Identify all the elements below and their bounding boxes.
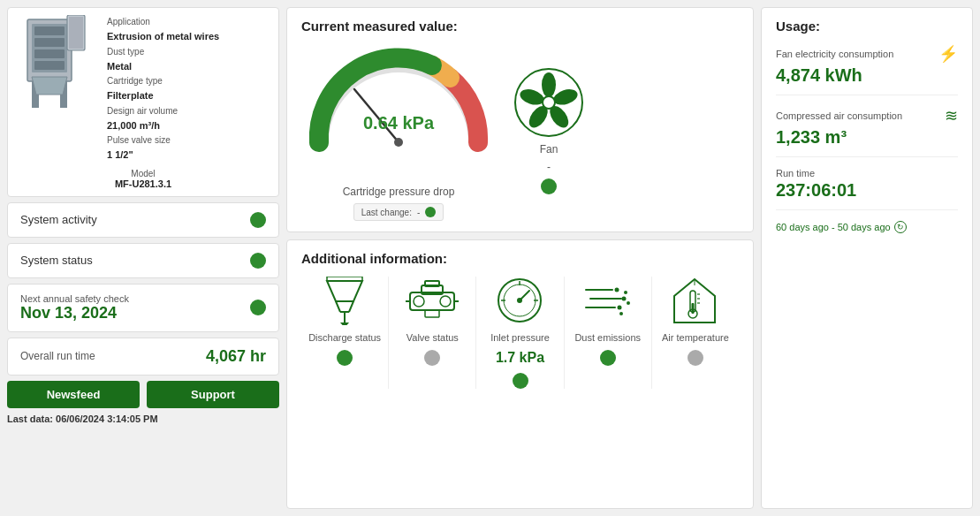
last-change-dot — [425, 207, 436, 217]
device-specs: Application Extrusion of metal wires Dus… — [107, 15, 268, 163]
svg-rect-3 — [34, 38, 65, 47]
dust-icon — [581, 277, 634, 325]
svg-point-51 — [624, 291, 627, 294]
fan-icon — [513, 67, 584, 138]
date-range[interactable]: 60 days ago - 50 days ago ↻ — [776, 221, 958, 233]
dust-type-label: Dust type — [107, 45, 268, 59]
svg-rect-37 — [425, 310, 439, 317]
system-activity-row[interactable]: System activity — [7, 202, 279, 238]
svg-line-26 — [349, 301, 353, 312]
add-item-airtemp: Air temperature — [652, 277, 739, 389]
safety-dot — [250, 300, 266, 315]
system-status-row[interactable]: System status — [7, 243, 279, 278]
last-change-label: Last change: — [361, 208, 412, 217]
application-label: Application — [107, 15, 268, 29]
additional-grid: Discharge status Valve st — [301, 277, 739, 389]
svg-point-33 — [414, 296, 424, 307]
valve-label: Valve status — [406, 332, 459, 343]
dust-type-value: Metal — [107, 59, 268, 75]
fan-label: Fan — [540, 143, 558, 156]
measured-title: Current measured value: — [301, 19, 739, 34]
system-status-dot — [250, 253, 266, 269]
valve-dot — [424, 350, 440, 366]
add-item-dust: Dust emissions — [565, 277, 652, 389]
design-air-label: Design air volume — [107, 104, 268, 118]
model-value: MF-U281.3.1 — [115, 178, 171, 189]
gauge-container: 0.64 kPa Cartridge pressure drop Last ch… — [301, 41, 496, 221]
svg-rect-10 — [69, 17, 83, 49]
add-item-valve: Valve status — [389, 277, 476, 389]
safety-date: Nov 13, 2024 — [20, 304, 129, 322]
safety-info: Next annual safety check Nov 13, 2024 — [20, 293, 129, 322]
last-data-row: Last data: 06/06/2024 3:14:05 PM — [7, 414, 279, 424]
fan-elec-value: 4,874 kWh — [776, 65, 958, 86]
center-panel: Current measured value: — [286, 7, 754, 509]
compressed-air-label: Compressed air consumption — [776, 110, 902, 121]
svg-rect-4 — [34, 49, 65, 58]
fan-dot — [541, 178, 557, 194]
system-activity-label: System activity — [20, 213, 97, 226]
svg-marker-8 — [32, 77, 67, 95]
svg-point-48 — [614, 288, 619, 292]
gauge-name: Cartridge pressure drop — [301, 186, 496, 198]
lightning-icon: ⚡ — [938, 44, 958, 64]
last-data-value: 06/06/2024 3:14:05 PM — [56, 414, 158, 424]
fan-value: - — [547, 161, 551, 173]
support-button[interactable]: Support — [147, 381, 279, 408]
gauge-label-area: Cartridge pressure drop Last change: - — [301, 186, 496, 221]
runtime-label: Overall run time — [20, 350, 95, 362]
runtime-value: 4,067 hr — [206, 347, 266, 366]
run-time-header: Run time — [776, 168, 958, 178]
application-value: Extrusion of metal wires — [107, 29, 268, 45]
safety-label: Next annual safety check — [20, 293, 129, 304]
svg-line-25 — [336, 301, 340, 312]
btn-row: Newsfeed Support — [7, 381, 279, 408]
svg-point-14 — [542, 72, 556, 97]
discharge-icon — [323, 277, 367, 325]
svg-point-19 — [543, 96, 555, 109]
fan-elec-header: Fan electricity consumption ⚡ — [776, 44, 958, 64]
pulse-valve-value: 1 1/2" — [107, 148, 268, 163]
svg-point-34 — [440, 296, 451, 307]
main-container: Application Extrusion of metal wires Dus… — [0, 0, 980, 516]
design-air-value: 21,000 m³/h — [107, 118, 268, 134]
dust-dot — [600, 350, 616, 366]
svg-point-50 — [617, 306, 621, 310]
additional-card: Additional information: — [286, 239, 754, 509]
right-panel: Usage: Fan electricity consumption ⚡ 4,8… — [761, 7, 973, 509]
svg-rect-58 — [692, 303, 695, 314]
measured-content: 0.64 kPa Cartridge pressure drop Last ch… — [301, 41, 739, 221]
svg-marker-29 — [340, 322, 349, 325]
inlet-label: Inlet pressure — [490, 332, 550, 343]
wind-icon: ≋ — [945, 106, 958, 125]
system-activity-dot — [250, 212, 266, 228]
airtemp-label: Air temperature — [662, 332, 729, 343]
last-change: Last change: - — [353, 203, 444, 221]
gauge-area: 0.64 kPa — [301, 41, 496, 182]
compressed-air-value: 1,233 m³ — [776, 127, 958, 148]
fan-area: Fan - — [513, 67, 584, 194]
add-item-inlet: Inlet pressure 1.7 kPa — [476, 277, 564, 389]
svg-point-49 — [621, 297, 626, 301]
valve-icon — [406, 277, 459, 325]
svg-rect-32 — [425, 281, 439, 286]
run-time-label: Run time — [776, 168, 815, 178]
svg-point-44 — [517, 298, 522, 303]
compressed-air-item: Compressed air consumption ≋ 1,233 m³ — [776, 106, 958, 157]
run-time-item: Run time 237:06:01 — [776, 168, 958, 210]
newsfeed-button[interactable]: Newsfeed — [7, 381, 140, 408]
svg-marker-54 — [674, 279, 715, 322]
fan-elec-label: Fan electricity consumption — [776, 49, 893, 59]
system-status-label: System status — [20, 254, 93, 267]
inlet-value: 1.7 kPa — [496, 350, 544, 366]
gauge-value-text: 0.64 kPa — [363, 113, 435, 133]
device-image — [19, 15, 98, 121]
date-range-text: 60 days ago - 50 days ago — [776, 222, 891, 232]
cartridge-type-label: Cartridge type — [107, 74, 268, 88]
inlet-dot — [513, 373, 528, 389]
add-item-discharge: Discharge status — [301, 277, 389, 389]
dust-label: Dust emissions — [574, 332, 641, 343]
safety-card[interactable]: Next annual safety check Nov 13, 2024 — [7, 284, 279, 332]
svg-rect-5 — [34, 61, 65, 70]
refresh-icon[interactable]: ↻ — [894, 221, 907, 233]
